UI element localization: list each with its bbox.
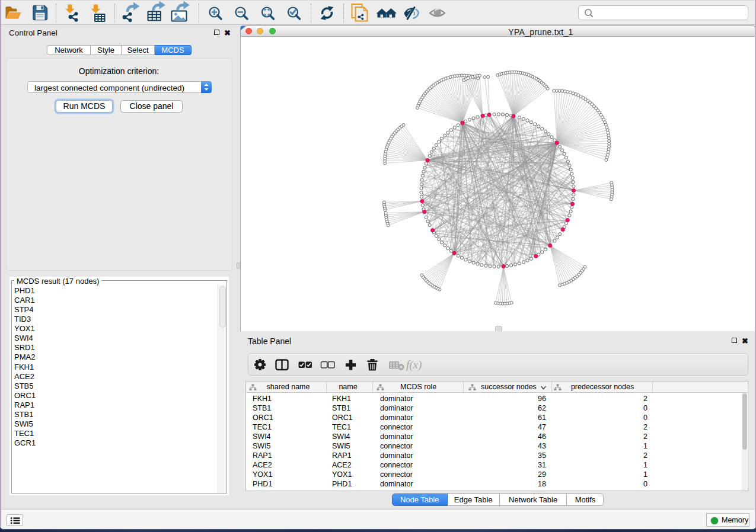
svg-text:f(x): f(x) (406, 358, 422, 371)
